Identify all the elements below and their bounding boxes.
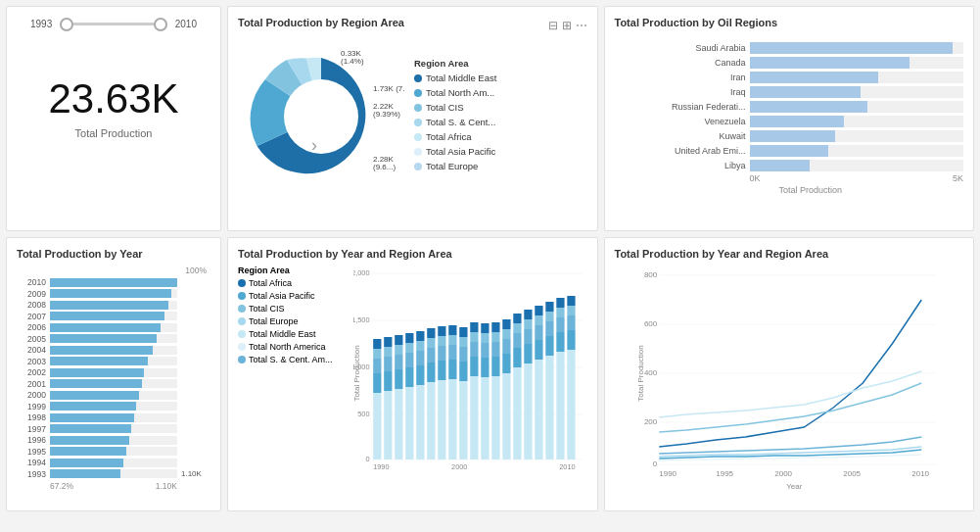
slider-thumb-left[interactable] — [60, 18, 73, 31]
svg-rect-27 — [373, 349, 381, 359]
year-label: 1995 — [17, 447, 46, 457]
year-bar-outer — [50, 379, 177, 388]
year-row: 2009 — [17, 289, 210, 299]
x-tick: 0K — [750, 173, 761, 183]
legend-item: Total Africa — [238, 278, 346, 288]
bar-label: Iraq — [658, 87, 746, 97]
legend-label: Total S. & Cent. Am... — [249, 355, 333, 364]
legend-dot — [414, 163, 422, 170]
year-bar-fill — [50, 312, 164, 320]
stacked-chart-area: 2,000 1,500 1,000 500 0 Total Production — [353, 266, 587, 501]
legend-dot — [414, 89, 422, 97]
line-chart-title: Total Production by Year and Region Area — [615, 248, 964, 260]
slider-track[interactable] — [60, 23, 167, 25]
legend-item: Total Asia Pacific — [238, 291, 346, 301]
svg-rect-35 — [395, 369, 402, 389]
donut-header: Total Production by Region Area ⊟ ⊞ ⋯ — [238, 17, 587, 34]
svg-rect-57 — [438, 336, 445, 346]
donut-chart[interactable]: › 0.33K (1.4%) 1.73K (7.33%)(1.4%) 2.22K… — [238, 38, 404, 195]
bar-fill — [750, 57, 910, 69]
year-row: 1993 1.10K — [17, 469, 210, 479]
bar-label: Kuwait — [658, 131, 746, 141]
svg-rect-92 — [513, 323, 521, 333]
legend-dot — [238, 356, 246, 363]
bar-label: Iran — [658, 73, 746, 82]
year-row: 2002 — [17, 367, 210, 377]
bar-outer — [750, 86, 964, 98]
svg-rect-94 — [524, 363, 532, 459]
legend-label: Total CIS — [249, 304, 285, 314]
year-row: 1997 — [17, 424, 210, 434]
year-label: 1998 — [17, 412, 46, 422]
year-chart: 2010 2009 2008 2007 2006 — [17, 277, 210, 479]
more-icon[interactable]: ⋯ — [576, 19, 587, 32]
svg-rect-90 — [513, 348, 521, 367]
svg-rect-51 — [427, 348, 435, 363]
bar-outer — [750, 72, 964, 83]
bar-row: Russian Federati... — [658, 101, 964, 113]
legend-label: Total Middle East — [426, 73, 496, 83]
year-bar-fill — [50, 368, 144, 377]
svg-text:500: 500 — [357, 410, 369, 418]
svg-rect-55 — [438, 361, 445, 380]
year-row: 2008 — [17, 300, 210, 310]
year-label: 1994 — [17, 458, 46, 467]
svg-rect-44 — [416, 385, 424, 459]
bar-outer — [750, 101, 964, 113]
svg-rect-70 — [470, 357, 478, 376]
bar-row: Iran — [658, 72, 964, 83]
svg-rect-108 — [545, 302, 553, 312]
legend-item-cis: Total CIS — [414, 102, 496, 113]
svg-rect-24 — [373, 393, 381, 459]
svg-rect-32 — [384, 347, 392, 357]
expand-icon[interactable]: ⊞ — [562, 19, 572, 32]
svg-rect-61 — [448, 345, 456, 360]
legend-label: Total Asia Pacific — [249, 291, 315, 301]
year-label: 1993 — [17, 469, 46, 479]
year-bar-outer — [50, 357, 177, 365]
year-bar-fill — [50, 289, 171, 298]
year-slider[interactable]: 1993 2010 — [23, 19, 205, 29]
legend-item: Total North America — [238, 342, 346, 352]
year-bar-card: Total Production by Year 100% 2010 2009 … — [6, 237, 221, 511]
svg-text:0: 0 — [652, 459, 657, 468]
svg-rect-42 — [405, 343, 413, 353]
bar-label: Russian Federati... — [658, 102, 746, 112]
svg-rect-101 — [535, 325, 542, 340]
year-bar-outer — [50, 413, 177, 422]
stacked-bar-card: Total Production by Year and Region Area… — [227, 237, 598, 511]
svg-rect-102 — [535, 315, 542, 325]
svg-text:1990: 1990 — [373, 462, 389, 471]
bar-label: Libya — [658, 161, 746, 170]
svg-rect-106 — [545, 321, 553, 336]
svg-rect-109 — [556, 352, 564, 459]
svg-text:2010: 2010 — [559, 462, 575, 471]
svg-rect-46 — [416, 351, 424, 365]
legend-label: Total Africa — [249, 278, 292, 288]
svg-rect-80 — [491, 357, 499, 376]
svg-rect-117 — [567, 306, 575, 315]
legend-item-europe: Total Europe — [414, 161, 496, 171]
svg-rect-96 — [524, 329, 532, 344]
year-bar-outer — [50, 459, 177, 467]
svg-rect-48 — [416, 331, 424, 341]
svg-rect-43 — [405, 333, 413, 343]
year-bar-outer — [50, 312, 177, 320]
svg-rect-45 — [416, 365, 424, 385]
svg-rect-65 — [459, 362, 467, 381]
svg-text:Total Production: Total Production — [353, 345, 360, 401]
svg-rect-103 — [535, 306, 542, 315]
filter-icon[interactable]: ⊟ — [548, 19, 558, 32]
year-row: 1998 — [17, 412, 210, 422]
year-bar-fill — [50, 301, 168, 310]
x-tick: 5K — [953, 173, 963, 183]
oil-bar-chart: Saudi Arabia Canada Iran Iraq Russian Fe… — [658, 42, 964, 171]
legend-dot — [414, 133, 422, 141]
svg-rect-93 — [513, 314, 521, 323]
stacked-bar-title: Total Production by Year and Region Area — [238, 248, 587, 260]
legend-label: Total CIS — [426, 102, 464, 113]
svg-rect-76 — [481, 343, 489, 358]
slider-thumb-right[interactable] — [154, 18, 167, 31]
pct-bottom: 67.2% — [50, 481, 73, 491]
svg-rect-50 — [427, 363, 435, 382]
